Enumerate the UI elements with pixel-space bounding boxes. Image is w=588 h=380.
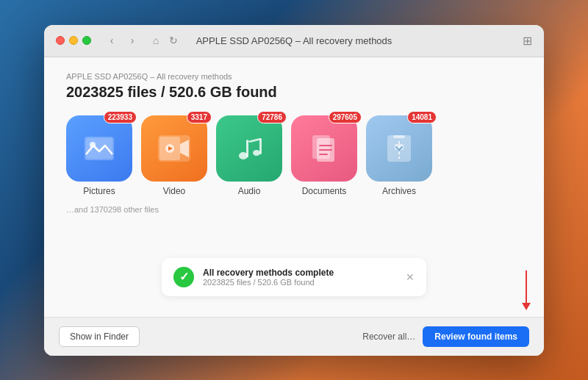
file-type-cards: 223933 Pictures 3317 bbox=[66, 115, 522, 196]
svg-rect-9 bbox=[246, 140, 248, 157]
check-icon: ✓ bbox=[173, 267, 194, 287]
documents-icon bbox=[305, 129, 343, 168]
video-label: Video bbox=[163, 186, 185, 196]
arrow-head bbox=[522, 303, 531, 310]
video-icon bbox=[155, 129, 193, 168]
documents-label: Documents bbox=[302, 186, 347, 196]
video-badge: 3317 bbox=[187, 111, 212, 123]
window-title: APPLE SSD AP0256Q – All recovery methods bbox=[196, 35, 392, 46]
other-files-text: …and 1370298 other files bbox=[66, 205, 522, 214]
pictures-label: Pictures bbox=[83, 186, 115, 196]
minimize-button[interactable] bbox=[69, 36, 78, 45]
pictures-badge: 223933 bbox=[104, 111, 137, 123]
card-documents[interactable]: 297605 Documents bbox=[291, 115, 357, 196]
audio-label: Audio bbox=[238, 186, 261, 196]
nav-buttons: ‹ › bbox=[103, 32, 141, 49]
card-pictures[interactable]: 223933 Pictures bbox=[66, 115, 132, 196]
svg-point-8 bbox=[253, 150, 260, 156]
arrow-line bbox=[526, 270, 527, 303]
summary-title: 2023825 files / 520.6 GB found bbox=[66, 84, 522, 101]
archives-badge: 14081 bbox=[407, 111, 437, 123]
notification-title: All recovery methods complete bbox=[203, 268, 397, 278]
documents-icon-wrapper: 297605 bbox=[291, 115, 357, 182]
card-video[interactable]: 3317 Video bbox=[141, 115, 207, 196]
documents-badge: 297605 bbox=[329, 111, 362, 123]
archives-icon-wrapper: 14081 bbox=[366, 115, 432, 182]
archives-icon bbox=[380, 129, 418, 168]
bottom-bar: Show in Finder Recover all… Review found… bbox=[44, 317, 544, 356]
refresh-icon[interactable]: ↻ bbox=[165, 32, 182, 49]
pictures-icon-wrapper: 223933 bbox=[66, 115, 132, 182]
traffic-lights bbox=[56, 36, 91, 45]
audio-icon-wrapper: 72786 bbox=[216, 115, 282, 182]
notification-close-button[interactable]: ✕ bbox=[406, 271, 415, 283]
home-icon[interactable]: ⌂ bbox=[147, 32, 165, 49]
maximize-button[interactable] bbox=[82, 36, 91, 45]
title-bar: ‹ › ⌂ ↻ APPLE SSD AP0256Q – All recovery… bbox=[44, 25, 544, 57]
recover-all-button[interactable]: Recover all… bbox=[362, 331, 415, 342]
notification-text: All recovery methods complete 2023825 fi… bbox=[203, 268, 397, 287]
recovery-notification: ✓ All recovery methods complete 2023825 … bbox=[162, 258, 426, 296]
back-button[interactable]: ‹ bbox=[103, 32, 121, 49]
svg-rect-17 bbox=[393, 135, 405, 138]
breadcrumb: APPLE SSD AP0256Q – All recovery methods bbox=[66, 72, 522, 81]
forward-button[interactable]: › bbox=[123, 32, 141, 49]
arrow-indicator bbox=[522, 270, 531, 310]
content-area: APPLE SSD AP0256Q – All recovery methods… bbox=[44, 57, 544, 317]
grid-view-icon[interactable]: ⊞ bbox=[523, 34, 532, 48]
archives-label: Archives bbox=[382, 186, 416, 196]
svg-rect-10 bbox=[259, 138, 262, 154]
video-icon-wrapper: 3317 bbox=[141, 115, 207, 182]
review-found-items-button[interactable]: Review found items bbox=[423, 326, 529, 347]
card-audio[interactable]: 72786 Audio bbox=[216, 115, 282, 196]
pictures-icon bbox=[80, 129, 118, 168]
audio-badge: 72786 bbox=[257, 111, 287, 123]
main-window: ‹ › ⌂ ↻ APPLE SSD AP0256Q – All recovery… bbox=[44, 25, 544, 356]
card-archives[interactable]: 14081 Archives bbox=[366, 115, 432, 196]
audio-icon bbox=[230, 129, 268, 168]
close-button[interactable] bbox=[56, 36, 65, 45]
notification-subtitle: 2023825 files / 520.6 GB found bbox=[203, 278, 397, 287]
show-in-finder-button[interactable]: Show in Finder bbox=[59, 326, 140, 347]
